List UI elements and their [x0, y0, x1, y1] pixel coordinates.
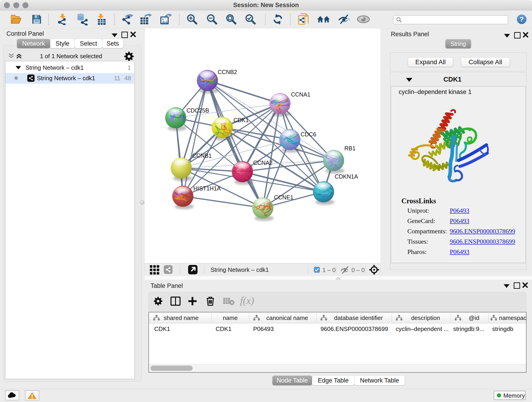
svg-text:CDC6: CDC6: [301, 131, 316, 138]
svg-text:CCNB1: CCNB1: [192, 153, 212, 159]
svg-text:CCNA1: CCNA1: [291, 91, 310, 98]
svg-text:RB1: RB1: [344, 145, 355, 152]
svg-text:CCNE1: CCNE1: [274, 194, 293, 201]
svg-text:CCNA2: CCNA2: [253, 160, 273, 166]
svg-text:CDC25B: CDC25B: [186, 107, 209, 114]
svg-text:HIST1H1A: HIST1H1A: [193, 185, 221, 191]
svg-text:CCNB2: CCNB2: [218, 69, 237, 75]
svg-text:CDKN1A: CDKN1A: [335, 173, 358, 180]
svg-text:CDK1: CDK1: [234, 117, 249, 123]
